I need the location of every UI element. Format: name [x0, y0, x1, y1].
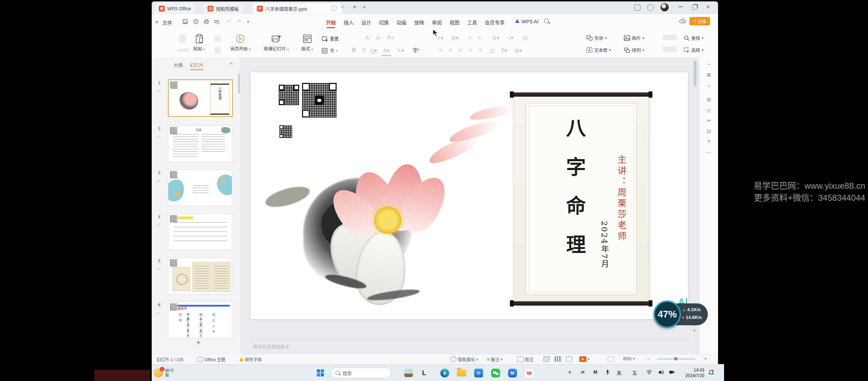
decrease-font-icon[interactable]: A⁻ [375, 33, 384, 42]
indent-icon[interactable]: ≡ [475, 33, 484, 42]
play-from-current-button[interactable]: 当页开始 ▾ [230, 34, 251, 52]
menu-tab-view[interactable]: 视图 [450, 19, 459, 26]
redo-icon[interactable]: ↷ [235, 18, 243, 25]
layout-button[interactable]: 版式 ▾ [301, 34, 313, 52]
paragraph-settings-icon[interactable]: ¶▾ [500, 46, 509, 55]
outdent-icon[interactable]: ≡ [465, 33, 474, 42]
start-button[interactable] [315, 367, 326, 379]
zoom-slider[interactable] [657, 358, 696, 359]
taskbar-wechat-icon[interactable] [490, 367, 501, 379]
underline-icon[interactable]: U▾ [369, 46, 378, 55]
normal-view-button[interactable] [543, 356, 550, 362]
missing-font-warning[interactable]: 缺失字体 [239, 356, 262, 362]
vertical-align-icon[interactable]: ⊡ [488, 46, 497, 55]
tab-tip-icon[interactable] [331, 5, 337, 11]
tray-hidden-icons-chevron[interactable]: ∧ [568, 369, 572, 375]
notes-button[interactable]: ≡ 备注▾ [487, 356, 502, 362]
arrange-button[interactable]: 排列▾ [624, 47, 644, 53]
tray-notification-bell-icon[interactable] [709, 369, 714, 376]
taskbar-edge-icon[interactable]: e [439, 367, 450, 379]
reading-view-button[interactable] [566, 356, 572, 362]
distribute-icon[interactable]: ≡ [476, 46, 485, 55]
bold-icon[interactable]: B [349, 46, 358, 55]
weather-widget[interactable]: 1 36°C 霾 [154, 367, 196, 379]
columns-icon[interactable]: ⊟ [521, 33, 530, 42]
editing-canvas[interactable]: 八字命理 主讲：周栗莎老师 2024年7月 ∧ ∨ 单击此处添加备注 [241, 57, 699, 354]
add-slide-button[interactable]: + [196, 338, 201, 347]
collapse-panel-icon[interactable]: < [230, 61, 233, 66]
tray-wifi-icon[interactable] [646, 370, 652, 375]
undo-icon[interactable]: ↶ [225, 18, 233, 25]
slide-thumbnail-6[interactable]: 论天干 阳 甲 丙 戊 庚 壬 阴 乙 丁 己 辛 癸 木 火 土 金 水 东 … [168, 302, 232, 338]
close-window-button[interactable]: × [706, 4, 710, 11]
tab-wps-home[interactable]: W WPS Office [155, 3, 195, 14]
slide-thumbnail-2[interactable]: 目录 [168, 125, 232, 162]
zoom-level[interactable]: 85%▾ [623, 356, 635, 361]
layers-pane-icon[interactable]: ⊟ [705, 95, 713, 104]
image-tools-icon[interactable]: ◇ [705, 106, 713, 114]
slides-tab[interactable]: 幻灯片 [190, 61, 204, 68]
taskbar-search-box[interactable]: 搜索 [331, 368, 391, 378]
window-layout-icon[interactable] [634, 5, 640, 11]
slide-thumbnail-5[interactable] [168, 258, 232, 294]
textbox-button[interactable]: A 文本框▾ [586, 47, 611, 53]
slide-thumbnail-4[interactable] [168, 213, 232, 250]
slide-star-icon[interactable]: ☆ [157, 222, 161, 228]
selection-pane-icon[interactable]: ⊡ [705, 127, 713, 135]
menu-tab-wps-ai[interactable]: WPS AI [522, 19, 538, 24]
picture-button[interactable]: 图片▾ [624, 35, 644, 41]
menu-tab-animation[interactable]: 动画 [397, 19, 406, 26]
strikethrough-icon[interactable]: S [359, 46, 368, 55]
notes-placeholder[interactable]: 单击此处添加备注 [253, 343, 289, 350]
number-list-icon[interactable]: ⊞▾ [450, 33, 459, 42]
new-slide-button[interactable]: 新建幻灯片 ▾ [264, 34, 289, 52]
zoom-slider-thumb[interactable] [674, 357, 677, 361]
copy-icon[interactable] [215, 47, 221, 54]
clear-format-icon[interactable]: A× [386, 33, 395, 42]
more-tools-icon[interactable]: ⋯ [705, 148, 713, 157]
format-painter-icon[interactable] [179, 35, 186, 43]
canvas-scrollbar[interactable] [694, 61, 697, 86]
menu-tab-member[interactable]: 会员专享 [485, 19, 505, 26]
taskbar-photos-icon[interactable] [403, 367, 414, 379]
globe-icon[interactable] [647, 4, 654, 11]
text-direction-icon[interactable]: ↕▾ [506, 33, 515, 42]
comments-button[interactable]: 批注 [517, 356, 534, 362]
qat-more-chevron-icon[interactable]: ▾ [244, 18, 252, 25]
menu-tab-home[interactable]: 开始 [326, 19, 336, 26]
search-icon[interactable] [544, 19, 549, 23]
speaker-text-vertical[interactable]: 主讲：周栗莎老师 [615, 155, 627, 242]
slide-thumbnail-1[interactable]: 八字命理 [168, 79, 233, 117]
taskbar-explorer-icon[interactable] [456, 367, 467, 379]
export-pdf-icon[interactable]: P [192, 18, 200, 25]
tray-ime-mode[interactable]: 五 [632, 369, 637, 376]
zoom-out-button[interactable]: − [647, 356, 650, 361]
taskbar-meeting-icon[interactable]: M [507, 367, 518, 379]
section-button[interactable]: 节 ▾ [322, 47, 338, 54]
tray-m-icon[interactable]: M [593, 369, 597, 375]
justify-icon[interactable]: ≡ [466, 46, 475, 55]
tab-list-chevron-icon[interactable]: ▾ [363, 5, 366, 10]
print-preview-icon[interactable] [213, 18, 221, 25]
menu-tab-review[interactable]: 审阅 [432, 19, 442, 26]
save-icon[interactable] [181, 18, 189, 25]
slide-1-canvas[interactable]: 八字命理 主讲：周栗莎老师 2024年7月 [251, 72, 688, 319]
file-menu[interactable]: 文件 [162, 19, 172, 26]
lotus-painting[interactable] [251, 93, 519, 319]
crop-button[interactable] [663, 47, 677, 52]
help-icon[interactable]: ? [705, 138, 713, 146]
smartart-icon[interactable]: ⊞▾ [514, 46, 523, 55]
slide-star-icon[interactable]: ☆ [157, 88, 161, 93]
collapse-toolbar-icon[interactable]: − [705, 60, 713, 68]
star-resource-icon[interactable]: ☆ [705, 81, 713, 90]
tray-camera-icon[interactable] [669, 370, 675, 375]
print-icon[interactable] [203, 18, 210, 25]
menu-tab-tools[interactable]: 工具 [467, 19, 477, 26]
taskbar-wps-icon[interactable]: W [524, 367, 535, 379]
slide-star-icon[interactable]: ☆ [157, 178, 161, 183]
align-left-icon[interactable]: ≡ [436, 46, 445, 55]
select-button[interactable]: 选择▾ [684, 47, 704, 53]
date-text-vertical[interactable]: 2024年7月 [598, 221, 610, 268]
smart-beautify-button[interactable]: 智能美化▾ [450, 356, 478, 362]
slide-title-vertical[interactable]: 八字命理 [560, 118, 589, 273]
